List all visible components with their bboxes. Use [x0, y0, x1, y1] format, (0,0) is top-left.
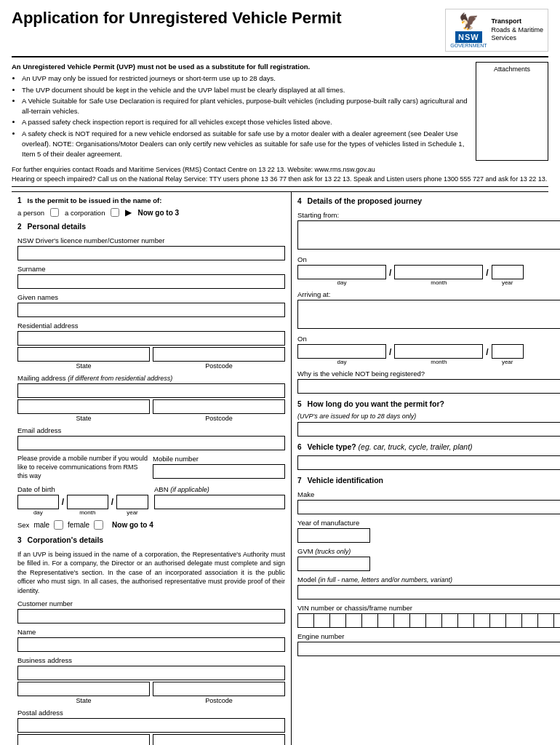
vin-cell-9: [425, 613, 441, 628]
on2-month-label: month: [431, 359, 447, 365]
residential-addr-row: State Postcode: [17, 347, 285, 370]
gvm-field: GVM (trucks only): [297, 547, 560, 571]
surname-input[interactable]: [17, 274, 285, 289]
business-postcode-wrap: Postcode: [153, 682, 285, 704]
on2-day-input[interactable]: [297, 344, 386, 359]
engine-input[interactable]: [297, 642, 560, 656]
postal-postcode-input[interactable]: [153, 734, 285, 745]
year-of-manufacture-input[interactable]: [297, 528, 370, 543]
on-label: On: [297, 255, 560, 263]
dob-label: Date of birth: [17, 485, 148, 493]
business-state-input[interactable]: [17, 682, 150, 696]
mailing-addr-row: State Postcode: [17, 399, 285, 422]
business-postcode-input[interactable]: [153, 682, 285, 696]
on2-label: On: [297, 335, 560, 343]
section2-num: 2: [17, 223, 22, 231]
male-checkbox[interactable]: [54, 520, 63, 530]
mailing-address-input[interactable]: [17, 383, 285, 398]
vin-cell-3: [329, 613, 345, 628]
gvm-input[interactable]: [297, 557, 370, 571]
hearing-text: Hearing or speech impaired? Call us on t…: [12, 175, 547, 183]
why-not-registered-input[interactable]: [297, 379, 560, 394]
postal-address-input[interactable]: [17, 718, 285, 733]
on2-month-input[interactable]: [394, 344, 483, 359]
info-bullet-4: A passed safety check inspection report …: [22, 117, 470, 127]
business-address-label: Business address: [17, 656, 285, 664]
on2-sep2: /: [486, 347, 488, 357]
mailing-postcode-sublabel: Postcode: [153, 415, 285, 422]
dob-month-input[interactable]: [67, 495, 108, 509]
corporation-label: a corporation: [65, 209, 105, 217]
mobile-desc: Please provide a mobile number if you wo…: [17, 455, 150, 480]
given-names-input[interactable]: [17, 303, 285, 317]
section4-label: Details of the proposed journey: [308, 196, 423, 205]
mobile-input[interactable]: [153, 464, 285, 479]
on-month-label: month: [431, 279, 447, 286]
mailing-state-wrap: State: [17, 399, 150, 422]
date-sep1: /: [62, 497, 64, 507]
person-label: a person: [17, 209, 44, 217]
on2-sep1: /: [389, 347, 391, 357]
dob-month-box: month: [67, 495, 108, 516]
info-bullet-1: An UVP may only be issued for restricted…: [22, 73, 470, 84]
engine-field: Engine number: [297, 632, 560, 656]
postal-state-input[interactable]: [17, 734, 150, 745]
vin-cell-2: [313, 613, 329, 628]
model-label: Model (in full - name, letters and/or nu…: [297, 575, 560, 583]
vin-cell-7: [393, 613, 409, 628]
licence-field: NSW Driver's licence number/Customer num…: [17, 236, 285, 260]
on2-day-box: day: [297, 344, 386, 365]
postal-address-label: Postal address: [17, 709, 285, 717]
right-column: 4 Details of the proposed journey Starti…: [292, 192, 560, 745]
dob-year-input[interactable]: [116, 495, 148, 509]
abn-input[interactable]: [154, 495, 285, 509]
customer-number-input[interactable]: [17, 609, 285, 624]
business-address-field: Business address State Postcode: [17, 656, 285, 704]
on-month-input[interactable]: [394, 265, 483, 279]
licence-input[interactable]: [17, 246, 285, 260]
model-input[interactable]: [297, 585, 560, 599]
section7-num: 7: [297, 477, 302, 485]
on-day-box: day: [297, 265, 386, 286]
starting-from-input[interactable]: [297, 220, 560, 250]
on-day-input[interactable]: [297, 265, 386, 279]
female-checkbox[interactable]: [94, 520, 103, 530]
corp-body: If an UVP is being issued in the name of…: [17, 550, 285, 596]
section5-label: How long do you want the permit for?: [308, 399, 444, 408]
mobile-input-wrap: Mobile number: [153, 455, 285, 480]
mobile-label: Mobile number: [153, 455, 285, 463]
business-state-sublabel: State: [17, 697, 150, 704]
section5-sub: (UVP's are issued for up to 28 days only…: [297, 413, 560, 420]
section5: 5 How long do you want the permit for? (…: [297, 399, 560, 437]
vehicle-type-input[interactable]: [297, 455, 560, 470]
section1: 1 Is the permit to be issued in the name…: [17, 196, 285, 218]
email-input[interactable]: [17, 436, 285, 450]
on-year-input[interactable]: [492, 265, 524, 279]
mailing-state-input[interactable]: [17, 399, 150, 414]
mailing-postcode-input[interactable]: [153, 399, 285, 414]
arriving-at-input[interactable]: [297, 300, 560, 329]
business-address-input[interactable]: [17, 666, 285, 680]
residential-postcode-input[interactable]: [153, 347, 285, 362]
email-label: Email address: [17, 426, 285, 434]
email-field: Email address: [17, 426, 285, 450]
vin-cell-1: [297, 613, 313, 628]
postal-address-field: Postal address State Postcode: [17, 709, 285, 745]
corp-name-input[interactable]: [17, 637, 285, 652]
dob-day-input[interactable]: [17, 495, 59, 509]
permit-duration-input[interactable]: [297, 422, 560, 437]
residential-postcode-wrap: Postcode: [153, 347, 285, 370]
customer-number-field: Customer number: [17, 599, 285, 624]
residential-state-input[interactable]: [17, 347, 150, 362]
contact-text: For further enquiries contact Roads and …: [12, 166, 375, 173]
person-checkbox[interactable]: [50, 208, 59, 217]
info-bullet-5: A safety check is NOT required for a new…: [22, 129, 470, 160]
surname-label: Surname: [17, 265, 285, 273]
make-input[interactable]: [297, 500, 560, 514]
female-label: female: [68, 521, 89, 529]
starting-from-label: Starting from:: [297, 211, 560, 219]
residential-address-input[interactable]: [17, 331, 285, 346]
on2-year-input[interactable]: [492, 344, 524, 359]
dob-day-label: day: [33, 509, 43, 516]
corporation-checkbox[interactable]: [111, 208, 119, 217]
